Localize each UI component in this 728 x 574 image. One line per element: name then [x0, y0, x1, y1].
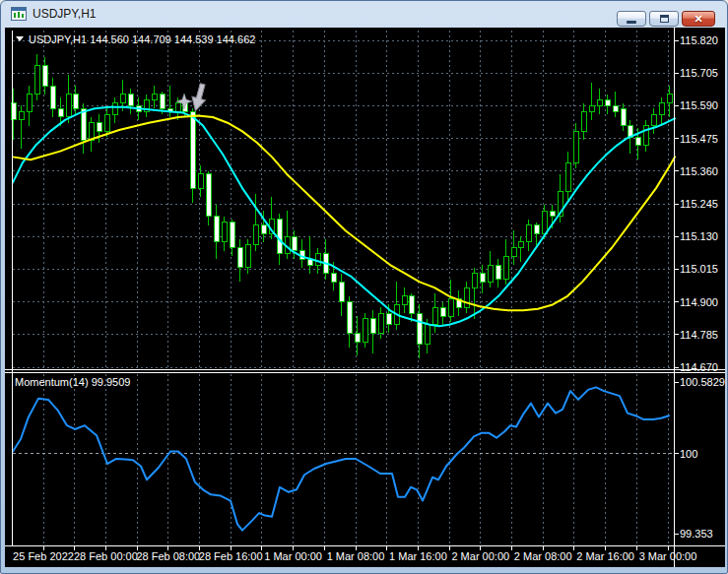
candle-body: [160, 95, 165, 108]
candle-body: [315, 254, 320, 266]
candle-body: [339, 282, 344, 301]
time-axis-label: 1 Mar 08:00: [327, 550, 385, 562]
candle-body: [550, 211, 555, 217]
window-title: USDJPY,H1: [33, 7, 96, 21]
candle-body: [573, 131, 578, 162]
price-axis-label: 114.900: [680, 296, 718, 308]
candle-body: [534, 225, 539, 234]
price-axis-label: 115.590: [680, 99, 718, 111]
candle-body: [488, 265, 493, 282]
down-arrow-annotation[interactable]: [189, 83, 210, 113]
candle-body: [417, 313, 422, 345]
candle-body: [34, 66, 39, 95]
symbol-dropdown-icon[interactable]: [16, 36, 24, 41]
chart-canvas[interactable]: 115.820115.705115.590115.475115.360115.2…: [5, 28, 725, 567]
candle-body: [190, 111, 195, 188]
candle-body: [565, 162, 570, 191]
candle-body: [613, 105, 618, 111]
candle-body: [104, 114, 109, 131]
ohlc-readout: USDJPY,H1 144.560 144.709 144.539 144.66…: [29, 33, 255, 45]
candle-body: [386, 313, 391, 325]
price-axis-label: 115.475: [680, 133, 718, 145]
candle-body: [331, 274, 336, 283]
candle-body: [503, 256, 508, 279]
price-axis-label: 115.245: [680, 198, 718, 210]
candle-body: [152, 95, 157, 100]
candle-body: [472, 274, 477, 287]
candle-body: [19, 111, 24, 120]
time-axis-label: 3 Mar 00:00: [639, 550, 697, 562]
close-button[interactable]: ✕: [682, 11, 715, 27]
candle-body: [432, 307, 437, 324]
candle-body: [448, 299, 453, 316]
time-axis-label: 2 Mar 00:00: [451, 550, 509, 562]
price-axis-label: 115.705: [680, 67, 718, 79]
candle-body: [464, 287, 469, 307]
candle-body: [518, 242, 523, 248]
time-axis-label: 28 Feb 16:00: [199, 550, 263, 562]
momentum-axis-label: 99.353: [680, 528, 713, 540]
candle-body: [42, 66, 47, 86]
candle-body: [425, 325, 430, 345]
candlesticks: [11, 54, 672, 358]
chart-client-area: 115.820115.705115.590115.475115.360115.2…: [5, 28, 725, 567]
candle-body: [370, 319, 375, 333]
candle-body: [526, 225, 531, 242]
candle-body: [112, 103, 117, 115]
candle-body: [27, 95, 32, 111]
annotation-layer: [176, 83, 209, 113]
candle-body: [589, 105, 594, 111]
candle-body: [230, 223, 234, 248]
minimize-button[interactable]: [617, 11, 646, 27]
chart-window: USDJPY,H1 ✕ 115.820115.705115.590115.475…: [0, 0, 728, 574]
time-axis-label: 28 Feb 08:00: [136, 550, 200, 562]
candle-body: [480, 274, 485, 283]
candle-body: [206, 174, 211, 217]
candle-body: [440, 307, 445, 316]
time-axis-label: 28 Feb 00:00: [74, 550, 138, 562]
candle-body: [253, 225, 258, 245]
candle-body: [73, 95, 78, 108]
candle-body: [496, 265, 500, 279]
candle-body: [635, 137, 640, 146]
minimize-icon: [627, 21, 636, 24]
time-axis-label: 1 Mar 00:00: [264, 550, 322, 562]
price-axis-label: 115.015: [680, 263, 718, 275]
caption-buttons: ✕: [617, 11, 715, 27]
momentum-axis-label: 100.5829: [680, 376, 725, 388]
maximize-icon: [660, 15, 669, 23]
price-axis-label: 114.670: [680, 361, 718, 373]
candle-body: [89, 123, 94, 140]
time-axis-label: 1 Mar 16:00: [389, 550, 447, 562]
candle-body: [542, 211, 547, 233]
time-axis-label: 25 Feb 2022: [13, 550, 74, 562]
price-axis-label: 115.360: [680, 165, 718, 177]
chart-draw-layer: 115.820115.705115.590115.475115.360115.2…: [5, 28, 725, 567]
candle-body: [667, 95, 672, 103]
candle-body: [66, 95, 71, 117]
candle-body: [363, 319, 367, 342]
candle-body: [245, 245, 250, 268]
candle-body: [214, 217, 219, 242]
candle-body: [621, 108, 626, 125]
candle-body: [659, 103, 664, 115]
price-axis-label: 114.785: [680, 329, 718, 341]
candle-body: [11, 103, 16, 120]
candle-body: [511, 248, 516, 257]
candle-body: [50, 86, 55, 108]
candle-body: [651, 114, 656, 126]
titlebar[interactable]: USDJPY,H1 ✕: [1, 1, 727, 28]
candle-body: [605, 100, 610, 106]
chart-window-icon: [11, 7, 27, 21]
candle-body: [261, 225, 266, 234]
candle-body: [237, 248, 242, 268]
candle-body: [120, 95, 125, 103]
momentum-indicator-label: Momentum(14) 99.9509: [15, 376, 130, 388]
time-axis-label: 2 Mar 08:00: [514, 550, 572, 562]
price-axis-label: 115.820: [680, 34, 718, 46]
maximize-button[interactable]: [649, 11, 679, 27]
candle-body: [355, 333, 360, 342]
candle-body: [222, 223, 227, 242]
candle-body: [292, 236, 297, 250]
candle-body: [581, 111, 586, 131]
